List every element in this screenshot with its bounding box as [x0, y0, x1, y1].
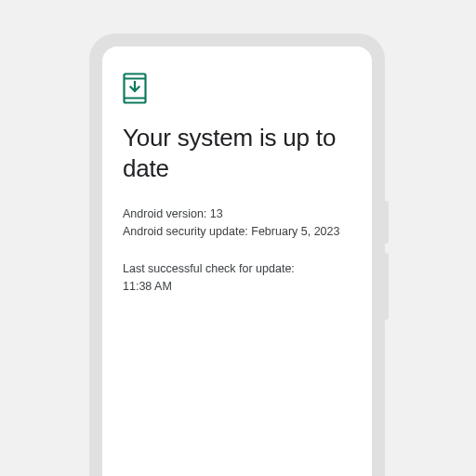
- android-version-line: Android version: 13: [123, 205, 351, 223]
- update-status-heading: Your system is up to date: [123, 123, 351, 183]
- phone-side-button: [385, 253, 389, 320]
- phone-frame: Your system is up to date Android versio…: [89, 33, 385, 476]
- system-update-screen: Your system is up to date Android versio…: [102, 46, 372, 476]
- phone-side-button: [385, 201, 389, 244]
- version-info-block: Android version: 13 Android security upd…: [123, 205, 351, 242]
- system-update-icon: [123, 73, 351, 108]
- last-check-block: Last successful check for update: 11:38 …: [123, 260, 351, 297]
- last-check-label: Last successful check for update:: [123, 260, 351, 278]
- last-check-time: 11:38 AM: [123, 278, 351, 296]
- security-update-line: Android security update: February 5, 202…: [123, 223, 351, 241]
